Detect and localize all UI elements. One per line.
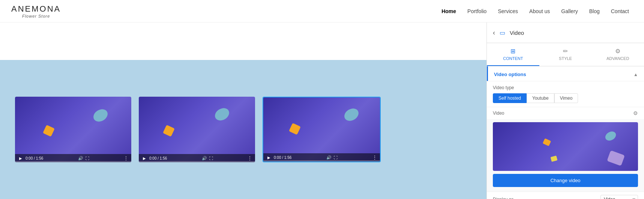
- nav-gallery[interactable]: Gallery: [561, 8, 578, 14]
- fullscreen-icon-1[interactable]: ⛶: [86, 156, 89, 160]
- shape-orange-3: [289, 123, 301, 135]
- video-controls-1: ▶ 0:00 / 1:56 🔊 ⛶ ⋮: [15, 154, 131, 162]
- panel-title: Video: [510, 30, 524, 36]
- panel-content: Video options ▲ Video type Self hosted Y…: [487, 66, 644, 199]
- progress-bar-3[interactable]: [263, 160, 380, 162]
- video-field-row: Video ⚙: [487, 107, 644, 119]
- fullscreen-icon-2[interactable]: ⛶: [209, 156, 213, 160]
- video-bg-2: ▶ 0:00 / 1:56 🔊 ⛶ ⋮: [139, 97, 255, 162]
- video-controls-3: ▶ 0:00 / 1:56 🔊 ⛶ ⋮: [263, 153, 380, 162]
- canvas-white-section: [0, 22, 486, 60]
- more-icon-2[interactable]: ⋮: [248, 156, 252, 161]
- video-time-2: 0:00 / 1:56: [149, 156, 167, 160]
- main-nav: Home Portfolio Services About us Gallery…: [441, 8, 629, 14]
- main-area: ▶ 0:00 / 1:56 🔊 ⛶ ⋮ ▶ 0:00 / 1: [0, 22, 644, 199]
- progress-bar-1[interactable]: [15, 161, 131, 162]
- tab-content[interactable]: ⊞ CONTENT: [487, 43, 539, 66]
- volume-icon-1[interactable]: 🔊: [78, 156, 83, 161]
- fullscreen-icon-3[interactable]: ⛶: [334, 156, 338, 160]
- shape-orange-2: [163, 125, 175, 137]
- nav-blog[interactable]: Blog: [589, 8, 600, 14]
- volume-icon-3[interactable]: 🔊: [326, 155, 332, 160]
- change-video-button[interactable]: Change video: [493, 174, 638, 187]
- panel-tabs: ⊞ CONTENT ✏ STYLE ⚙ ADVANCED: [487, 43, 644, 66]
- play-button-2[interactable]: ▶: [142, 156, 147, 161]
- more-icon-1[interactable]: ⋮: [124, 156, 128, 161]
- video-card-3[interactable]: ⊞ ▭ ⠿ ↕ ⋮ ▶ 0:00 / 1:56 🔊 ⛶: [263, 97, 381, 162]
- video-field-label: Video: [493, 111, 504, 116]
- preview-shape-teal: [603, 130, 617, 142]
- display-as-row: Display as Video Lightbox: [487, 192, 644, 199]
- video-card-1[interactable]: ▶ 0:00 / 1:56 🔊 ⛶ ⋮: [15, 97, 131, 162]
- type-vimeo[interactable]: Vimeo: [554, 93, 578, 103]
- more-icon-3[interactable]: ⋮: [372, 155, 377, 160]
- logo: ANEMONA Flower Store: [11, 4, 61, 18]
- video-controls-2: ▶ 0:00 / 1:56 🔊 ⛶ ⋮: [139, 154, 255, 162]
- video-type-buttons: Self hosted Youtube Vimeo: [493, 93, 638, 103]
- content-tab-icon: ⊞: [510, 48, 515, 55]
- panel-header: ‹ ▭ Video: [487, 22, 644, 43]
- preview-shape-purple: [607, 150, 625, 166]
- video-type-label: Video type: [493, 85, 638, 90]
- panel-back-button[interactable]: ‹: [493, 29, 495, 37]
- logo-main: ANEMONA: [11, 4, 61, 14]
- logo-sub: Flower Store: [22, 14, 50, 18]
- preview-shape-yellow: [550, 156, 557, 162]
- panel-video-icon: ▭: [500, 29, 505, 36]
- volume-icon-2[interactable]: 🔊: [202, 156, 207, 161]
- video-bg-1: ▶ 0:00 / 1:56 🔊 ⛶ ⋮: [15, 97, 131, 162]
- header: ANEMONA Flower Store Home Portfolio Serv…: [0, 0, 644, 22]
- style-tab-label: STYLE: [559, 56, 572, 61]
- tab-advanced[interactable]: ⚙ ADVANCED: [591, 43, 644, 66]
- content-tab-label: CONTENT: [503, 56, 523, 61]
- style-tab-icon: ✏: [563, 48, 568, 55]
- settings-icon[interactable]: ⚙: [633, 110, 638, 116]
- video-preview-thumbnail: [493, 122, 638, 171]
- nav-about[interactable]: About us: [529, 8, 550, 14]
- preview-shape-orange: [543, 138, 551, 146]
- shape-teal-1: [91, 107, 110, 124]
- type-self-hosted[interactable]: Self hosted: [493, 93, 527, 103]
- shape-orange-1: [43, 125, 55, 137]
- canvas: ▶ 0:00 / 1:56 🔊 ⛶ ⋮ ▶ 0:00 / 1: [0, 22, 486, 199]
- video-bg-3: ▶ 0:00 / 1:56 🔊 ⛶ ⋮: [263, 97, 380, 162]
- right-panel: ‹ ▭ Video ⊞ CONTENT ✏ STYLE ⚙ ADVANCED V…: [486, 22, 644, 199]
- display-as-label: Display as: [493, 197, 513, 199]
- section-title: Video options: [494, 72, 526, 77]
- nav-services[interactable]: Services: [498, 8, 518, 14]
- advanced-tab-icon: ⚙: [615, 48, 620, 55]
- video-time-1: 0:00 / 1:56: [26, 156, 43, 160]
- shape-teal-2: [213, 106, 231, 123]
- play-button-3[interactable]: ▶: [266, 155, 272, 160]
- video-time-3: 0:00 / 1:56: [274, 156, 291, 160]
- display-as-select[interactable]: Video Lightbox: [600, 195, 638, 199]
- canvas-blue-section: ▶ 0:00 / 1:56 🔊 ⛶ ⋮ ▶ 0:00 / 1: [0, 60, 486, 199]
- tab-style[interactable]: ✏ STYLE: [539, 43, 592, 66]
- advanced-tab-label: ADVANCED: [606, 56, 629, 61]
- nav-home[interactable]: Home: [441, 8, 456, 14]
- play-button-1[interactable]: ▶: [18, 156, 23, 161]
- type-youtube[interactable]: Youtube: [527, 93, 554, 103]
- video-options-section: Video options ▲: [487, 66, 644, 81]
- video-type-row: Video type Self hosted Youtube Vimeo: [487, 81, 644, 107]
- shape-teal-3: [342, 106, 361, 123]
- section-toggle[interactable]: ▲: [633, 72, 638, 77]
- nav-portfolio[interactable]: Portfolio: [467, 8, 486, 14]
- nav-contact[interactable]: Contact: [611, 8, 629, 14]
- progress-bar-2[interactable]: [139, 161, 255, 162]
- video-card-2[interactable]: ▶ 0:00 / 1:56 🔊 ⛶ ⋮: [139, 97, 255, 162]
